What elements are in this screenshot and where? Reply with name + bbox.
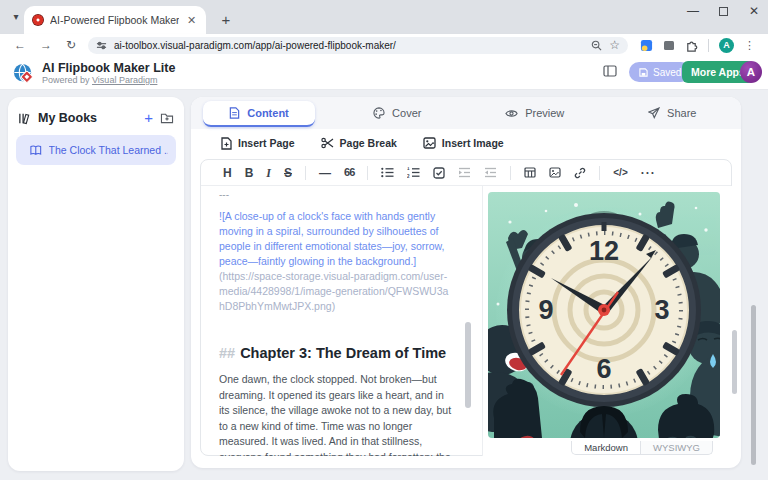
zoom-icon[interactable] (591, 40, 602, 51)
forward-icon[interactable]: → (40, 38, 52, 52)
powered-by-text: Powered by (42, 75, 92, 85)
tab-share-label: Share (667, 107, 696, 119)
bullet-list-icon[interactable] (381, 167, 394, 178)
divider (510, 166, 511, 180)
tab-content-pill[interactable]: Content (203, 101, 315, 127)
new-tab-button[interactable]: + (216, 10, 236, 30)
insert-image-label: Insert Image (442, 137, 504, 149)
indent-icon[interactable] (458, 167, 471, 178)
site-settings-icon[interactable] (96, 40, 107, 51)
blockquote-icon[interactable]: 66 (344, 167, 354, 178)
heading-hash: ## (219, 345, 235, 361)
clock-number-12: 12 (589, 236, 619, 266)
tab-cover[interactable]: Cover (329, 97, 467, 129)
preview-scrollbar[interactable] (732, 330, 737, 394)
extension-icons: A ⋮ (640, 38, 755, 53)
book-title: The Clock That Learned ... (49, 144, 168, 156)
preview-pane: 12 3 6 9 (483, 186, 733, 456)
outdent-icon[interactable] (484, 167, 497, 178)
document-icon (229, 107, 240, 119)
wysiwyg-mode-button[interactable]: WYSIWYG (641, 441, 713, 455)
muted-extension-icon[interactable] (663, 39, 675, 51)
markdown-image-url: (https://space-storage.visual-paradigm.c… (219, 269, 454, 314)
browser-addressbar: ← → ↻ ai-toolbox.visual-paradigm.com/app… (0, 34, 768, 56)
markdown-heading: ##Chapter 3: The Dream of Time (219, 345, 454, 361)
bold-icon[interactable]: B (245, 167, 254, 179)
url-bar[interactable]: ai-toolbox.visual-paradigm.com/app/ai-po… (88, 37, 628, 54)
window-close-icon[interactable]: ✕ (746, 4, 762, 18)
browser-profile-avatar[interactable]: A (719, 38, 734, 53)
markdown-mode-button[interactable]: Markdown (571, 441, 641, 455)
insert-image-button[interactable]: Insert Image (423, 137, 504, 149)
flipbook-main-panel: Content Cover Preview Share Insert Page (191, 97, 741, 468)
window-minimize-icon[interactable]: — (685, 4, 701, 18)
browser-tabstrip: ▾ AI-Powered Flipbook Maker Lit ✕ + — ✕ (0, 0, 768, 34)
markdown-source-pane[interactable]: --- ![A close-up of a clock's face with … (201, 186, 482, 456)
source-scrollbar[interactable] (465, 322, 471, 408)
palette-icon (373, 107, 385, 119)
scissors-icon (321, 137, 334, 149)
back-icon[interactable]: ← (14, 38, 26, 52)
ordered-list-icon[interactable]: 12 (407, 167, 420, 178)
save-icon (639, 68, 648, 77)
table-icon[interactable] (524, 167, 536, 178)
eye-icon (505, 108, 518, 119)
italic-icon[interactable]: I (266, 167, 271, 179)
share-icon (648, 107, 660, 119)
sidebar-title: My Books (38, 111, 97, 125)
strikethrough-icon[interactable]: S (284, 167, 292, 179)
browser-tab[interactable]: AI-Powered Flipbook Maker Lit ✕ (24, 6, 206, 34)
tab-title: AI-Powered Flipbook Maker Lit (50, 14, 179, 26)
reload-icon[interactable]: ↻ (66, 38, 76, 52)
format-toolbar: H B I S — 66 12 </> ··· (201, 160, 731, 186)
divider (367, 166, 368, 180)
folder-add-icon[interactable] (160, 112, 174, 124)
panel-toggle-icon[interactable] (603, 65, 617, 77)
more-options-icon[interactable]: ··· (641, 167, 656, 179)
drive-extension-icon[interactable] (640, 39, 653, 52)
bookmark-star-icon[interactable]: ☆ (609, 38, 620, 52)
tab-search-chevron-icon[interactable]: ▾ (8, 9, 24, 25)
window-maximize-icon[interactable] (719, 7, 728, 16)
horizontal-rule-icon[interactable]: — (319, 167, 331, 179)
clock-number-3: 3 (654, 295, 669, 325)
link-icon[interactable] (574, 167, 586, 179)
extensions-puzzle-icon[interactable] (685, 39, 698, 52)
insert-toolbar: Insert Page Page Break Insert Image (191, 129, 741, 157)
tab-share[interactable]: Share (604, 97, 742, 129)
tab-content[interactable]: Content (191, 97, 329, 129)
heading-text: Chapter 3: The Dream of Time (240, 345, 446, 361)
clock-number-6: 6 (596, 354, 611, 384)
view-tabs: Content Cover Preview Share (191, 97, 741, 129)
sidebar-header: My Books + (18, 107, 174, 129)
markdown-paragraph: One dawn, the clock stopped. Not broken—… (219, 372, 454, 456)
markdown-editor: H B I S — 66 12 </> ··· (200, 159, 732, 456)
page-scrollbar[interactable] (751, 305, 756, 465)
browser-menu-icon[interactable]: ⋮ (744, 39, 755, 52)
clock-number-9: 9 (538, 295, 553, 325)
add-book-button[interactable]: + (144, 111, 153, 125)
insert-page-button[interactable]: Insert Page (221, 137, 295, 150)
visual-paradigm-link[interactable]: Visual Paradigm (92, 75, 157, 85)
insert-image-icon (423, 137, 436, 149)
markdown-hr-fragment: --- (219, 189, 454, 200)
task-list-icon[interactable] (433, 167, 445, 179)
tab-cover-label: Cover (392, 107, 421, 119)
clock-illustration: 12 3 6 9 (488, 192, 720, 438)
sidebar-item-book[interactable]: The Clock That Learned ... (16, 135, 176, 165)
user-avatar[interactable]: A (740, 61, 762, 83)
app-title: AI Flipbook Maker Lite (42, 61, 175, 75)
image-icon[interactable] (549, 167, 561, 178)
heading-icon[interactable]: H (223, 167, 232, 179)
divider (305, 166, 306, 180)
tab-favicon-icon (32, 14, 44, 26)
insert-page-icon (221, 137, 232, 150)
divider (599, 166, 600, 180)
svg-text:1: 1 (407, 167, 410, 171)
tab-preview[interactable]: Preview (466, 97, 604, 129)
tab-preview-label: Preview (525, 107, 564, 119)
library-icon (18, 112, 31, 125)
code-icon[interactable]: </> (613, 168, 627, 178)
page-break-button[interactable]: Page Break (321, 137, 397, 149)
tab-close-icon[interactable]: ✕ (185, 14, 198, 27)
